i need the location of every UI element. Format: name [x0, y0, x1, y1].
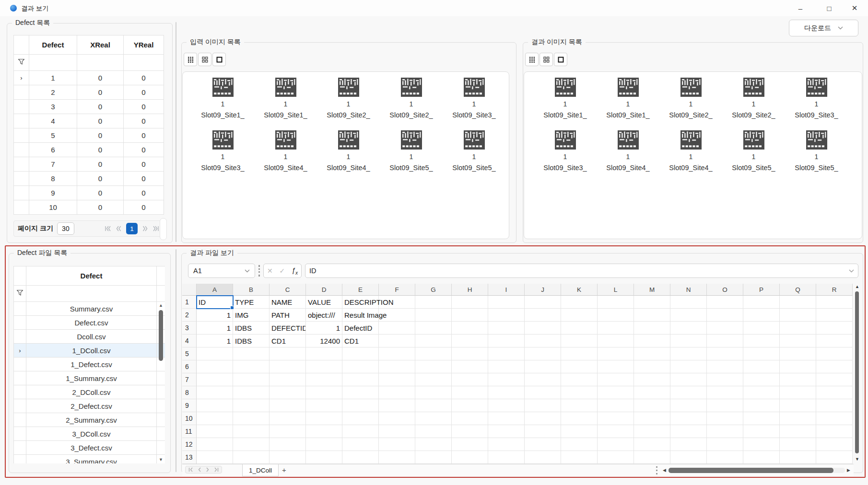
sheet-cell[interactable] — [780, 425, 816, 438]
add-sheet-button[interactable]: + — [282, 466, 286, 474]
sheet-cell[interactable] — [233, 373, 270, 386]
sheet-cell[interactable] — [561, 347, 598, 360]
sheet-cell[interactable] — [306, 399, 342, 412]
pager-prev-icon[interactable] — [116, 226, 121, 231]
table-cell[interactable]: 0 — [77, 100, 124, 114]
table-cell[interactable]: 4 — [29, 114, 77, 128]
file-name-cell[interactable]: Defect.csv — [26, 316, 157, 330]
sheet-cell[interactable] — [379, 373, 415, 386]
confirm-entry-icon[interactable]: ✓ — [280, 267, 285, 275]
table-row[interactable]: 700 — [14, 157, 164, 172]
table-cell[interactable]: 0 — [124, 157, 164, 172]
view-small-button[interactable] — [525, 53, 539, 66]
sheet-cell[interactable] — [743, 360, 780, 373]
file-name-cell[interactable]: 1_Summary.csv — [26, 371, 157, 385]
sheet-cell[interactable] — [816, 335, 853, 347]
sheet-cell[interactable] — [197, 412, 233, 425]
sheet-row-header[interactable]: 12 — [182, 438, 197, 451]
file-name-cell[interactable]: 3_DColl.csv — [26, 427, 157, 441]
image-thumbnail[interactable]: 1 Slot09_Site4_ — [659, 127, 722, 172]
sheet-cell[interactable] — [197, 399, 233, 412]
sheet-cell[interactable] — [233, 399, 270, 412]
current-page-button[interactable]: 1 — [126, 223, 138, 234]
sheet-cell[interactable] — [525, 347, 561, 360]
table-cell[interactable]: 7 — [29, 157, 77, 172]
sheet-cell[interactable] — [342, 347, 379, 360]
sheet-cell[interactable] — [598, 335, 634, 347]
sheet-cell[interactable] — [379, 309, 415, 322]
sheet-column-header[interactable]: A — [197, 284, 233, 296]
image-thumbnail[interactable]: 1 Slot09_Site4_ — [597, 127, 659, 172]
file-row[interactable]: 1_Summary.csv — [14, 371, 165, 385]
sheet-cell[interactable] — [452, 412, 488, 425]
sheet-cell[interactable] — [525, 451, 561, 464]
sheet-cell[interactable] — [488, 309, 525, 322]
sheet-cell[interactable] — [816, 322, 853, 335]
sheet-cell[interactable] — [670, 412, 707, 425]
sheet-cell[interactable] — [670, 451, 707, 464]
sheet-cell[interactable] — [270, 438, 306, 451]
sheet-cell[interactable] — [306, 451, 342, 464]
file-name-cell[interactable]: 2_Summary.csv — [26, 413, 157, 427]
sheet-horizontal-scrollbar[interactable] — [669, 468, 845, 473]
sheet-cell[interactable] — [452, 386, 488, 399]
table-cell[interactable]: 0 — [124, 172, 164, 186]
sheet-cell[interactable] — [525, 386, 561, 399]
sheet-row-header[interactable]: 3 — [182, 322, 197, 335]
table-cell[interactable]: 0 — [124, 85, 164, 100]
sheet-cell[interactable]: 1 — [197, 322, 233, 335]
sheet-cell[interactable] — [707, 373, 743, 386]
sheet-cell[interactable] — [634, 386, 670, 399]
sheet-cell[interactable]: IDBS — [233, 335, 270, 347]
table-cell[interactable]: 0 — [77, 85, 124, 100]
minimize-button[interactable]: – — [789, 0, 811, 16]
sheet-cell[interactable]: 1 — [197, 309, 233, 322]
download-button[interactable]: 다운로드 — [789, 20, 858, 36]
sheet-cell[interactable] — [780, 335, 816, 347]
sheet-cell[interactable]: CD1 — [342, 335, 379, 347]
sheet-cell[interactable] — [780, 399, 816, 412]
sheet-cell[interactable] — [780, 373, 816, 386]
table-cell[interactable]: 9 — [29, 186, 77, 200]
sheet-cell[interactable] — [452, 322, 488, 335]
filter-icon[interactable] — [16, 289, 23, 296]
file-name-cell[interactable]: Dcoll.csv — [26, 330, 157, 344]
sheet-cell[interactable] — [342, 360, 379, 373]
image-thumbnail[interactable]: 1 Slot09_Site3_ — [443, 75, 505, 119]
sheet-cell[interactable] — [488, 360, 525, 373]
view-small-button[interactable] — [184, 53, 197, 66]
sheet-row-header[interactable]: 10 — [182, 412, 197, 425]
sheet-cell[interactable] — [780, 347, 816, 360]
file-row[interactable]: ›1_DColl.csv — [14, 344, 165, 358]
sheet-column-header[interactable]: J — [525, 284, 561, 296]
image-thumbnail[interactable]: 1 Slot09_Site2_ — [659, 75, 722, 119]
image-thumbnail[interactable]: 1 Slot09_Site2_ — [317, 75, 380, 119]
sheet-cell[interactable] — [707, 347, 743, 360]
sheet-cell[interactable] — [342, 373, 379, 386]
sheet-cell[interactable] — [743, 373, 780, 386]
sheet-cell[interactable]: DefectID — [342, 322, 379, 335]
file-row[interactable]: Defect.csv — [14, 316, 165, 330]
sheet-cell[interactable] — [598, 451, 634, 464]
sheet-cell[interactable] — [197, 373, 233, 386]
sheet-cell[interactable] — [598, 296, 634, 309]
column-header[interactable]: YReal — [124, 35, 164, 55]
sheet-cell[interactable] — [780, 360, 816, 373]
image-thumbnail[interactable]: 1 Slot09_Site2_ — [722, 75, 785, 119]
sheet-cell[interactable] — [233, 451, 270, 464]
sheet-cell[interactable] — [816, 412, 853, 425]
sheet-cell[interactable] — [780, 322, 816, 335]
sheet-cell[interactable]: IMG — [233, 309, 270, 322]
sheet-cell[interactable]: ID — [197, 296, 233, 309]
sheet-cell[interactable] — [561, 386, 598, 399]
sheet-cell[interactable] — [670, 322, 707, 335]
sheet-cell[interactable] — [452, 425, 488, 438]
sheet-cell[interactable] — [561, 360, 598, 373]
sheet-first-icon[interactable] — [188, 467, 193, 472]
view-large-button[interactable] — [212, 53, 226, 66]
sheet-cell[interactable] — [634, 347, 670, 360]
sheet-column-header[interactable]: D — [306, 284, 342, 296]
sheet-cell[interactable] — [452, 399, 488, 412]
sheet-cell[interactable] — [379, 360, 415, 373]
sheet-row-header[interactable]: 5 — [182, 347, 197, 360]
